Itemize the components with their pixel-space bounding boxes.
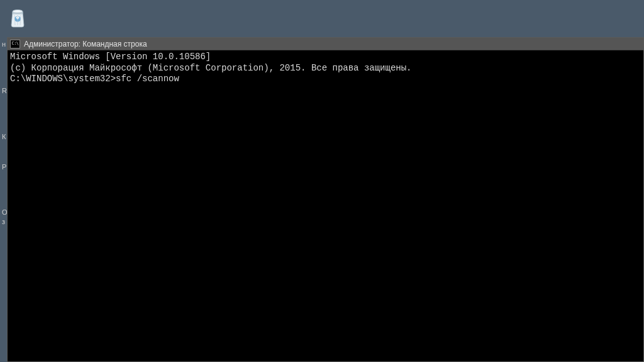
terminal-prompt: C:\WINDOWS\system32>: [10, 74, 116, 84]
svg-point-0: [13, 10, 23, 13]
titlebar[interactable]: C:\ Администратор: Командная строка: [8, 38, 643, 50]
terminal-command: sfc /scannow: [116, 74, 179, 84]
desktop-bg-text: К: [2, 132, 6, 141]
terminal-prompt-line: C:\WINDOWS\system32>sfc /scannow: [10, 74, 641, 85]
terminal-line: Microsoft Windows [Version 10.0.10586]: [10, 52, 641, 63]
desktop-bg-text: P: [2, 162, 6, 171]
terminal-output[interactable]: Microsoft Windows [Version 10.0.10586] (…: [8, 50, 643, 361]
command-prompt-window[interactable]: C:\ Администратор: Командная строка Micr…: [7, 37, 644, 362]
recycle-bin-icon[interactable]: [5, 5, 30, 30]
terminal-line: (c) Корпорация Майкрософт (Microsoft Cor…: [10, 63, 641, 74]
desktop-bg-text: н: [2, 40, 6, 48]
desktop-bg-text: з: [2, 217, 5, 226]
desktop-bg-text: R: [2, 86, 7, 95]
desktop[interactable]: н R К P O з C:\ Администратор: Командная…: [0, 0, 644, 362]
cmd-icon: C:\: [10, 40, 20, 48]
window-title: Администратор: Командная строка: [24, 40, 147, 48]
